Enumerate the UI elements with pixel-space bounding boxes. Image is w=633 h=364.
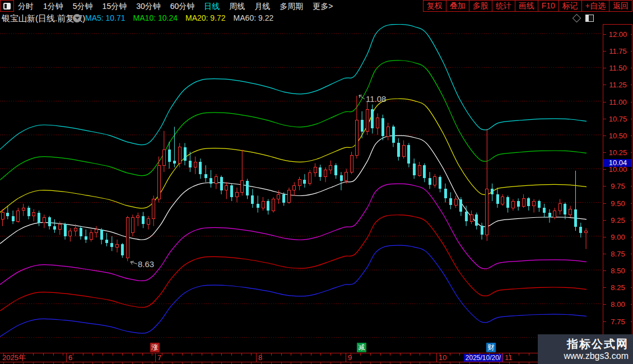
candle-down <box>38 213 40 223</box>
pane-toggle-icon[interactable] <box>585 15 594 22</box>
price-label-9.75: 9.75 <box>603 182 632 190</box>
period-tab-更多>[interactable]: 更多> <box>313 0 333 12</box>
month-label-8: 8 <box>258 354 262 362</box>
candle-down <box>6 213 9 216</box>
date-minor-tick <box>390 353 390 356</box>
candle-up <box>418 165 421 175</box>
price-label-11.25: 11.25 <box>603 81 632 89</box>
month-separator <box>436 353 437 362</box>
period-tab-30分钟[interactable]: 30分钟 <box>136 0 161 12</box>
toolbar-button-+自选[interactable]: +自选 <box>581 0 609 12</box>
price-label-8.50: 8.50 <box>603 267 632 275</box>
month-label-10: 10 <box>439 354 446 362</box>
period-tab-月线[interactable]: 月线 <box>254 0 270 12</box>
date-minor-tick <box>33 353 34 356</box>
period-tab-1分钟[interactable]: 1分钟 <box>43 0 63 12</box>
diamond-icon[interactable] <box>573 14 581 23</box>
split-pane-icon <box>3 3 11 10</box>
window-layout-button[interactable] <box>0 0 14 12</box>
date-minor-tick <box>152 353 152 356</box>
candle-up <box>236 192 239 197</box>
candle-down <box>481 226 483 235</box>
chevron-down-icon[interactable] <box>73 14 81 22</box>
candle-down <box>204 174 207 178</box>
period-tab-多周期[interactable]: 多周期 <box>280 0 303 12</box>
date-minor-tick <box>430 353 430 356</box>
date-minor-tick <box>221 353 222 356</box>
candle-down <box>548 213 551 217</box>
date-minor-tick <box>311 353 311 356</box>
period-tab-周线[interactable]: 周线 <box>229 0 245 12</box>
toolbar-button-F10[interactable]: F10 <box>538 0 559 12</box>
event-badge-涨[interactable]: 涨 <box>150 343 160 352</box>
candle-up <box>137 216 139 217</box>
date-minor-tick <box>341 353 341 356</box>
candle-up <box>522 198 525 207</box>
date-minor-tick <box>291 353 291 356</box>
candle-down <box>27 208 30 216</box>
date-minor-tick <box>380 353 381 356</box>
candle-up <box>470 214 473 221</box>
date-minor-tick <box>499 353 500 356</box>
price-label-8.75: 8.75 <box>603 250 632 258</box>
toolbar-button-统计[interactable]: 统计 <box>492 0 515 12</box>
band-upper-2 <box>0 60 587 180</box>
date-minor-tick <box>13 353 14 356</box>
candle-up <box>58 224 61 230</box>
candle-down <box>397 143 400 156</box>
candle-down <box>579 227 582 233</box>
candle-down <box>543 208 546 212</box>
toolbar-button-返回[interactable]: 返回 <box>609 0 632 12</box>
candle-up <box>194 162 197 167</box>
candle-down <box>381 118 384 137</box>
date-minor-tick <box>231 353 232 356</box>
toolbar-button-复权[interactable]: 复权 <box>423 0 446 12</box>
date-minor-tick <box>202 353 202 356</box>
ma-value-MA20: MA20: 9.72 <box>185 12 226 24</box>
candle-up <box>1 213 4 220</box>
toolbar-button-多股[interactable]: 多股 <box>469 0 492 12</box>
period-tab-60分钟[interactable]: 60分钟 <box>170 0 195 12</box>
candle-down <box>189 161 192 167</box>
month-label-7: 7 <box>157 354 161 362</box>
date-minor-tick <box>519 353 519 356</box>
candle-up <box>43 217 45 223</box>
toolbar-button-画线[interactable]: 画线 <box>515 0 538 12</box>
candle-up <box>402 145 405 157</box>
candle-up <box>329 165 332 170</box>
period-tab-5分钟[interactable]: 5分钟 <box>73 0 93 12</box>
candle-down <box>527 198 530 206</box>
candle-down <box>407 145 410 164</box>
candle-up <box>147 218 150 224</box>
candle-down <box>85 236 87 240</box>
candlestick-chart[interactable]: 11.088.63 <box>0 24 603 353</box>
candle-down <box>64 224 67 236</box>
date-minor-tick <box>331 353 331 356</box>
candle-up <box>241 181 244 193</box>
candle-up <box>277 194 280 199</box>
site-watermark: 指标公式网 www.zbgs3.com <box>538 334 633 364</box>
date-minor-tick <box>489 353 490 356</box>
event-badge-减[interactable]: 减 <box>357 343 366 352</box>
date-minor-tick <box>360 353 361 356</box>
event-badge-财[interactable]: 财 <box>486 343 496 352</box>
toolbar-button-叠加[interactable]: 叠加 <box>446 0 469 12</box>
price-label-7.75: 7.75 <box>603 318 632 326</box>
date-minor-tick <box>53 353 54 356</box>
toolbar-button-标记[interactable]: 标记 <box>558 0 582 12</box>
period-tab-15分钟[interactable]: 15分钟 <box>103 0 127 12</box>
date-minor-tick <box>103 353 103 356</box>
period-tab-分时[interactable]: 分时 <box>18 0 34 12</box>
candle-up <box>366 109 369 132</box>
candle-down <box>371 109 374 128</box>
month-label-6: 6 <box>68 354 72 362</box>
candle-up <box>501 197 504 204</box>
date-minor-tick <box>43 353 44 356</box>
candle-up <box>387 127 389 136</box>
period-tab-日线[interactable]: 日线 <box>204 0 220 12</box>
price-label-11.75: 11.75 <box>603 47 632 55</box>
candle-down <box>257 204 259 208</box>
candle-up <box>162 150 165 165</box>
date-minor-tick <box>281 353 282 356</box>
candle-down <box>173 161 176 164</box>
